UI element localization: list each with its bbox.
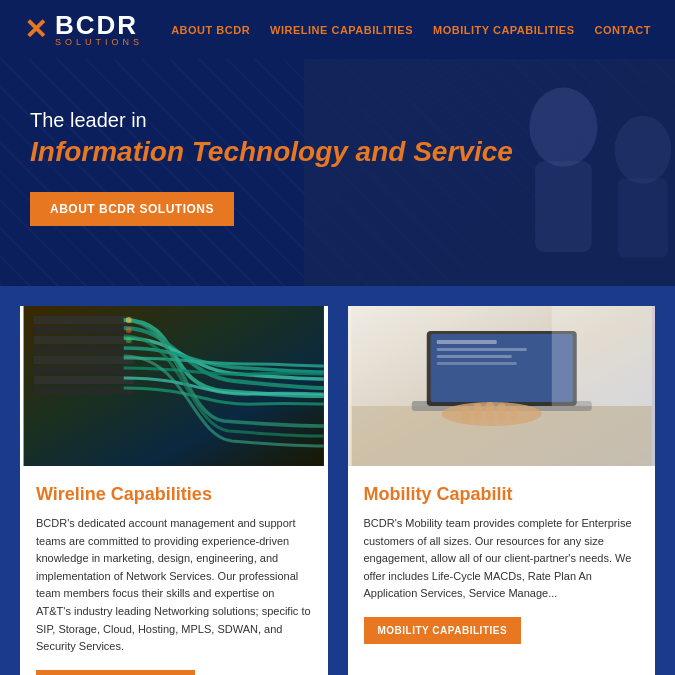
svg-rect-26 <box>436 355 511 358</box>
svg-rect-27 <box>436 362 516 365</box>
mobility-card: Mobility Capabilit BCDR's Mobility team … <box>348 306 656 675</box>
svg-rect-34 <box>551 306 651 406</box>
svg-rect-13 <box>34 376 134 384</box>
logo-text: BCDR SOLUTIONS <box>55 12 143 47</box>
hero-subtitle: The leader in <box>30 109 645 132</box>
svg-rect-24 <box>436 340 496 344</box>
header: ✕ BCDR SOLUTIONS ABOUT BCDR WIRELINE CAP… <box>0 0 675 59</box>
svg-rect-11 <box>34 356 134 364</box>
wireline-card: Wireline Capabilities BCDR's dedicated a… <box>20 306 328 675</box>
mobility-image-svg <box>348 306 656 466</box>
wireline-capabilities-button[interactable]: Wireline Capabilities <box>36 670 195 675</box>
svg-rect-9 <box>34 336 134 344</box>
svg-rect-12 <box>34 366 134 374</box>
svg-rect-25 <box>436 348 526 351</box>
svg-rect-23 <box>430 334 572 402</box>
hero-section: The leader in Information Technology and… <box>0 59 675 286</box>
svg-rect-8 <box>34 326 134 334</box>
svg-rect-33 <box>509 406 516 421</box>
wireline-card-image <box>20 306 328 466</box>
hero-title: Information Technology and Service <box>30 136 645 168</box>
mobility-card-image <box>348 306 656 466</box>
cards-section: Wireline Capabilities BCDR's dedicated a… <box>0 286 675 675</box>
mobility-capabilities-button[interactable]: Mobility Capabilities <box>364 617 522 644</box>
wireline-card-body: Wireline Capabilities BCDR's dedicated a… <box>20 466 328 675</box>
mobility-card-body: Mobility Capabilit BCDR's Mobility team … <box>348 466 656 664</box>
nav-wireline[interactable]: WIRELINE CAPABILITIES <box>270 24 413 36</box>
svg-rect-29 <box>461 406 469 422</box>
svg-rect-32 <box>497 403 505 421</box>
svg-point-17 <box>126 337 132 343</box>
wireline-card-text: BCDR's dedicated account management and … <box>36 515 312 656</box>
wireline-image-svg <box>20 306 328 466</box>
logo-solutions: SOLUTIONS <box>55 38 143 47</box>
svg-point-16 <box>126 327 132 333</box>
logo: ✕ BCDR SOLUTIONS <box>24 12 143 47</box>
svg-rect-30 <box>473 403 481 421</box>
svg-rect-31 <box>485 402 493 421</box>
svg-rect-14 <box>34 386 134 394</box>
nav-about[interactable]: ABOUT BCDR <box>171 24 250 36</box>
mobility-card-title: Mobility Capabilit <box>364 484 640 505</box>
logo-x-icon: ✕ <box>24 16 47 44</box>
hero-cta-button[interactable]: About BCDR Solutions <box>30 192 234 226</box>
main-nav: ABOUT BCDR WIRELINE CAPABILITIES MOBILIT… <box>171 24 651 36</box>
wireline-card-title: Wireline Capabilities <box>36 484 312 505</box>
svg-rect-7 <box>34 316 134 324</box>
svg-rect-10 <box>34 346 134 354</box>
nav-mobility[interactable]: MOBILITY CAPABILITIES <box>433 24 575 36</box>
nav-contact[interactable]: CONTACT <box>595 24 651 36</box>
logo-bcdr: BCDR <box>55 12 143 38</box>
svg-point-15 <box>126 317 132 323</box>
mobility-image-container <box>348 306 656 466</box>
mobility-card-text: BCDR's Mobility team provides complete f… <box>364 515 640 603</box>
hero-content: The leader in Information Technology and… <box>30 109 645 226</box>
